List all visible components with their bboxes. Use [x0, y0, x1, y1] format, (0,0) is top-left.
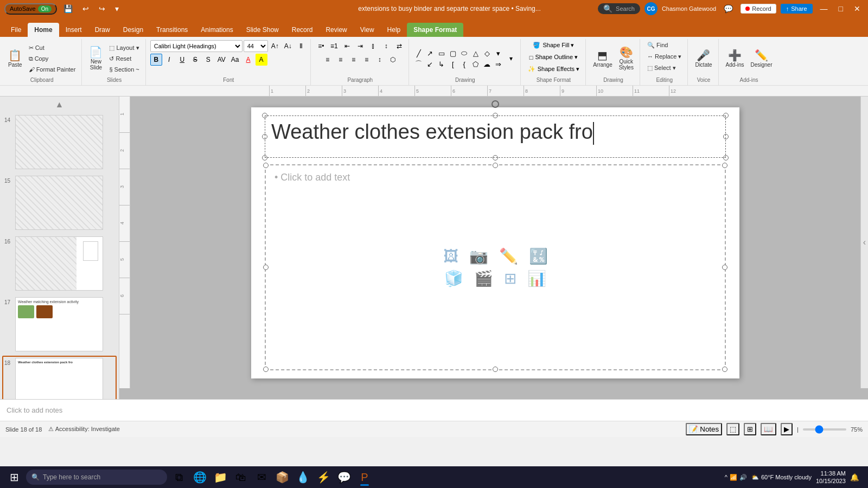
shadow-button[interactable]: S: [202, 54, 214, 66]
customize-button[interactable]: ▾: [112, 3, 122, 14]
taskbar-mail[interactable]: ✉: [252, 467, 271, 487]
align-center-button[interactable]: ≡: [335, 54, 347, 66]
taskbar-app7[interactable]: 💬: [334, 467, 354, 487]
slide-canvas[interactable]: Weather clothes extension pack fro: [251, 107, 739, 378]
slide-thumb-18[interactable]: 18 Weather clothes extension pack fro: [2, 356, 117, 399]
addins-button[interactable]: ➕ Add-ins: [723, 48, 747, 69]
content-handle-tc[interactable]: [493, 163, 498, 168]
shape-cloud[interactable]: ☁: [482, 59, 493, 69]
taskbar-time[interactable]: 11:38 AM 10/15/2023: [816, 470, 846, 485]
font-size-select[interactable]: 44: [244, 40, 268, 52]
network-icon[interactable]: 📶: [730, 474, 737, 481]
tab-insert[interactable]: Insert: [59, 23, 88, 37]
shape-oval[interactable]: ⬭: [459, 48, 470, 58]
share-button[interactable]: ↑ Share: [781, 4, 813, 14]
replace-button[interactable]: ↔ Replace ▾: [644, 52, 684, 62]
title-textbox[interactable]: Weather clothes extension pack fro: [265, 115, 726, 158]
taskbar-app6[interactable]: ⚡: [314, 467, 333, 487]
shape-curve[interactable]: ⌒: [413, 59, 424, 69]
tab-home[interactable]: Home: [28, 23, 59, 37]
notes-button[interactable]: 📝 Notes: [686, 423, 723, 435]
content-handle-tl[interactable]: [263, 163, 269, 168]
tab-slideshow[interactable]: Slide Show: [240, 23, 285, 37]
clear-format-button[interactable]: Ⅱ: [295, 40, 307, 52]
close-button[interactable]: ✕: [851, 3, 864, 14]
insert-photo-icon[interactable]: 📷: [469, 247, 488, 265]
font-color-button[interactable]: A: [242, 54, 254, 66]
new-slide-button[interactable]: 📄 NewSlide: [86, 45, 105, 72]
strikethrough-button[interactable]: S: [189, 54, 201, 66]
content-textbox[interactable]: • Click to add text 🖼 📷 ✏️ 🔣 🧊: [265, 164, 726, 370]
taskbar-search[interactable]: 🔍 Type here to search: [26, 470, 167, 485]
shape-triangle[interactable]: △: [470, 48, 481, 58]
shape-line[interactable]: ╱: [413, 48, 424, 58]
decrease-font-button[interactable]: A↓: [282, 40, 294, 52]
tab-view[interactable]: View: [354, 23, 381, 37]
insert-picture-icon[interactable]: 🖼: [443, 247, 458, 265]
taskbar-edge[interactable]: 🌐: [190, 467, 209, 487]
content-handle-bl[interactable]: [263, 367, 269, 372]
scroll-up[interactable]: ▲: [2, 99, 117, 111]
insert-chart-icon[interactable]: 📊: [527, 269, 546, 287]
shape-arrow[interactable]: ↗: [425, 48, 436, 58]
bullets-button[interactable]: ≡•: [315, 40, 327, 52]
insert-3d-icon[interactable]: 🧊: [444, 269, 463, 287]
change-case-button[interactable]: Aa: [229, 54, 241, 66]
shape-outline-button[interactable]: □Shape Outline ▾: [527, 52, 580, 62]
tab-transitions[interactable]: Transitions: [150, 23, 194, 37]
tab-review[interactable]: Review: [319, 23, 353, 37]
shape-connector[interactable]: ↙: [425, 59, 436, 69]
undo-button[interactable]: ↩: [79, 3, 92, 14]
shape-bend[interactable]: ↳: [436, 59, 447, 69]
select-button[interactable]: ⬚ Select ▾: [644, 63, 679, 73]
dictate-button[interactable]: 🎤 Dictate: [692, 48, 714, 69]
find-button[interactable]: 🔍 Find: [644, 40, 671, 50]
taskbar-store[interactable]: 🛍: [231, 467, 251, 487]
section-button[interactable]: § Section ~: [106, 65, 142, 74]
quick-styles-button[interactable]: 🎨 QuickStyles: [616, 45, 636, 72]
shape-more[interactable]: ▾: [493, 48, 504, 58]
save-button[interactable]: 💾: [60, 3, 76, 14]
content-handle-br[interactable]: [722, 367, 727, 372]
italic-button[interactable]: I: [163, 54, 175, 66]
smartart-button[interactable]: ⬡: [387, 54, 399, 66]
accessibility-check[interactable]: ⚠ Accessibility: Investigate: [48, 426, 120, 433]
line-spacing-button[interactable]: ↕: [380, 40, 392, 52]
notes-bar[interactable]: Click to add notes: [0, 399, 868, 421]
increase-font-button[interactable]: A↑: [269, 40, 281, 52]
comments-button[interactable]: 💬: [720, 3, 736, 14]
taskbar-taskview[interactable]: ⧉: [169, 467, 189, 487]
rotate-handle[interactable]: [492, 100, 499, 108]
shape-rect[interactable]: ▭: [436, 48, 447, 58]
taskbar-powerpoint[interactable]: P: [355, 467, 374, 487]
profile-avatar[interactable]: CG: [644, 2, 658, 15]
start-button[interactable]: ⊞: [4, 467, 24, 487]
tab-file[interactable]: File: [4, 23, 28, 37]
insert-drawing-icon[interactable]: ✏️: [499, 247, 518, 265]
redo-button[interactable]: ↪: [95, 3, 108, 14]
decrease-indent-button[interactable]: ⇤: [341, 40, 353, 52]
volume-icon[interactable]: 🔊: [739, 474, 747, 481]
shape-rounded-rect[interactable]: ▢: [448, 48, 458, 58]
highlight-button[interactable]: A: [256, 54, 267, 66]
slideshow-view-button[interactable]: ▶: [781, 423, 793, 435]
increase-indent-button[interactable]: ⇥: [354, 40, 366, 52]
taskbar-amazon[interactable]: 📦: [272, 467, 292, 487]
reset-button[interactable]: ↺ Reset: [106, 54, 142, 64]
maximize-button[interactable]: □: [835, 3, 846, 14]
content-handle-ml[interactable]: [263, 265, 269, 270]
line-height-button[interactable]: ↕: [374, 54, 386, 66]
shape-fill-button[interactable]: 🪣Shape Fill ▾: [530, 40, 577, 50]
designer-button[interactable]: ✏️ Designer: [748, 48, 775, 69]
slide-thumb-16[interactable]: 16: [2, 234, 117, 293]
arrange-button[interactable]: ⬒ Arrange: [590, 48, 615, 69]
content-handle-mr[interactable]: [722, 265, 727, 270]
align-left-button[interactable]: ≡: [322, 54, 334, 66]
reading-view-button[interactable]: 📖: [761, 423, 776, 435]
notification-button[interactable]: 🔔: [850, 473, 859, 481]
insert-table-icon[interactable]: ⊞: [504, 269, 516, 287]
zoom-slider[interactable]: [803, 428, 846, 431]
tab-help[interactable]: Help: [381, 23, 407, 37]
slide-sorter-button[interactable]: ⊞: [744, 423, 756, 435]
bold-button[interactable]: B: [150, 54, 162, 66]
